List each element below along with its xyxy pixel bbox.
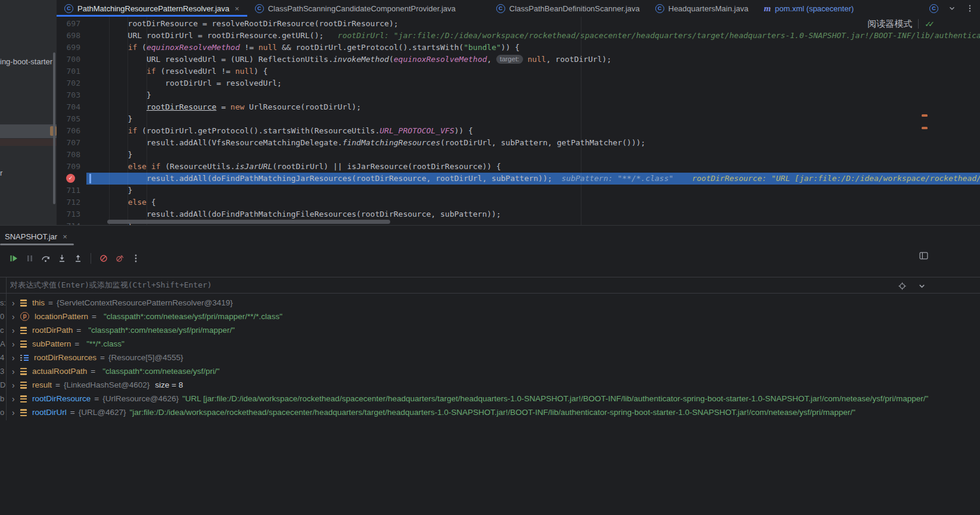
project-item-label[interactable]: ing-boot-starter	[0, 57, 52, 66]
expand-chevron-icon[interactable]: ›	[12, 353, 20, 363]
close-icon[interactable]: ×	[63, 232, 67, 241]
editor-code-area[interactable]: rootDirResource = resolveRootDirResource…	[86, 17, 980, 225]
editor-tab[interactable]: ClassPathBeanDefinitionScanner.java	[489, 0, 648, 17]
variable-string-value: "URL [jar:file:/D:/idea/workspace/rocket…	[182, 394, 928, 403]
code-text	[147, 162, 151, 171]
chevron-down-icon[interactable]	[948, 4, 956, 13]
variable-name: locationPattern	[35, 312, 88, 321]
error-stripe-mark[interactable]	[922, 114, 928, 117]
editor-horizontal-scrollbar[interactable]	[107, 220, 390, 224]
line-number[interactable]: 700	[57, 54, 86, 65]
reader-mode-button[interactable]: 阅读器模式	[867, 18, 912, 30]
more-button[interactable]	[130, 253, 141, 264]
variable-row[interactable]: b›rootDirResource={UrlResource@4626}"URL…	[0, 392, 980, 405]
line-number[interactable]: 702	[57, 77, 86, 89]
line-number[interactable]	[57, 173, 86, 185]
editor-tab[interactable]: pom.xml (spacecenter)	[756, 0, 861, 17]
project-selected-row[interactable]	[0, 124, 57, 138]
line-number[interactable]: 703	[57, 89, 86, 101]
expand-chevron-icon[interactable]: ›	[12, 298, 20, 308]
code-line[interactable]: if (resolvedUrl != null) {	[86, 65, 980, 77]
step-out-button[interactable]	[73, 253, 83, 264]
editor-tab[interactable]: HeadquartersMain.java	[648, 0, 756, 17]
variable-name: result	[32, 380, 52, 389]
project-scrollbar[interactable]	[53, 52, 55, 204]
variable-row[interactable]: D›result={LinkedHashSet@4602}size = 8	[0, 378, 980, 392]
variable-row[interactable]: 4›rootDirResources={Resource[5]@4555}	[0, 351, 980, 364]
line-number[interactable]: 713	[57, 208, 86, 220]
line-number[interactable]: 712	[57, 196, 86, 208]
expand-chevron-icon[interactable]: ›	[12, 312, 20, 322]
execution-line[interactable]: result.addAll(doFindPathMatchingJarResou…	[86, 173, 980, 185]
pause-button[interactable]	[24, 253, 35, 264]
line-number[interactable]: 699	[57, 42, 86, 54]
maven-icon	[764, 4, 771, 13]
resume-button[interactable]	[8, 253, 19, 264]
step-over-button[interactable]	[41, 253, 51, 264]
variable-row[interactable]: s:›this={ServletContextResourcePatternRe…	[0, 296, 980, 310]
code-text: null	[235, 67, 254, 76]
variable-name: rootDirResource	[32, 394, 91, 403]
code-line[interactable]: rootDirResource = new UrlResource(rootDi…	[86, 101, 980, 113]
mute-breakpoints-icon	[115, 254, 125, 263]
step-into-button[interactable]	[57, 253, 67, 264]
variable-row[interactable]: o›rootDirUrl={URL@4627}"jar:file:/D:/ide…	[0, 405, 980, 419]
code-line[interactable]: URL resolvedUrl = (URL) ReflectionUtils.…	[86, 54, 980, 65]
line-number[interactable]: 711	[57, 185, 86, 196]
expand-chevron-icon[interactable]: ›	[12, 394, 20, 404]
equals-sign: =	[100, 353, 105, 362]
debug-session-tab[interactable]: SNAPSHOT.jar ×	[0, 229, 73, 244]
code-text: if	[128, 43, 138, 52]
code-line[interactable]: }	[86, 185, 980, 196]
line-number[interactable]: 701	[57, 65, 86, 77]
error-stripe-mark[interactable]	[922, 127, 928, 129]
code-text: invokeMethod	[333, 55, 389, 64]
more-icon[interactable]	[966, 4, 974, 13]
mute-breakpoints-button[interactable]	[114, 253, 125, 264]
expand-chevron-icon[interactable]: ›	[12, 326, 20, 335]
line-number[interactable]: 707	[57, 137, 86, 149]
variable-row[interactable]: 0›locationPattern="classpath*:com/neteas…	[0, 310, 980, 323]
code-line[interactable]: URL rootDirUrl = rootDirResource.getURL(…	[86, 30, 980, 42]
editor-tab[interactable]: PathMatchingResourcePatternResolver.java…	[57, 0, 247, 17]
line-number[interactable]: 709	[57, 161, 86, 173]
code-text: equinoxResolveMethod	[394, 55, 487, 64]
class-icon[interactable]	[929, 4, 938, 13]
layout-settings-icon[interactable]	[919, 251, 929, 261]
variable-row[interactable]: c›rootDirPath="classpath*:com/netease/ys…	[0, 323, 980, 337]
code-line[interactable]: else {	[86, 196, 980, 208]
expand-chevron-icon[interactable]: ›	[12, 339, 20, 349]
editor-tab[interactable]: ClassPathScanningCandidateComponentProvi…	[247, 0, 463, 17]
code-line[interactable]: rootDirResource = resolveRootDirResource…	[86, 18, 980, 30]
project-row-dim	[0, 139, 57, 146]
code-line[interactable]: rootDirUrl = resolvedUrl;	[86, 77, 980, 89]
code-line[interactable]: if (equinoxResolveMethod != null && root…	[86, 42, 980, 54]
close-icon[interactable]: ×	[235, 4, 239, 13]
expression-input[interactable]: 对表达式求值(Enter)或添加监视(Ctrl+Shift+Enter)	[0, 277, 212, 293]
variable-name: rootDirUrl	[32, 408, 67, 417]
line-number[interactable]: 705	[57, 113, 86, 125]
code-line[interactable]: }	[86, 113, 980, 125]
expand-chevron-icon[interactable]: ›	[12, 380, 20, 390]
inline-watch-icon[interactable]	[898, 282, 907, 291]
expand-chevron-icon[interactable]: ›	[12, 367, 20, 376]
inspections-ok-icon[interactable]: ✓✓	[925, 20, 935, 29]
variable-row[interactable]: A›subPattern="**/*.class"	[0, 337, 980, 351]
line-number[interactable]: 704	[57, 101, 86, 113]
line-number[interactable]: 698	[57, 30, 86, 42]
code-line[interactable]: result.addAll(doFindPathMatchingFileReso…	[86, 208, 980, 220]
line-number[interactable]: 706	[57, 125, 86, 137]
line-number[interactable]: 697	[57, 18, 86, 30]
code-line[interactable]: if (rootDirUrl.getProtocol().startsWith(…	[86, 125, 980, 137]
project-item-label[interactable]: r	[0, 168, 2, 177]
code-line[interactable]: }	[86, 89, 980, 101]
variable-row[interactable]: 3›actualRootPath="classpath*:com/netease…	[0, 364, 980, 378]
view-breakpoints-button[interactable]	[98, 253, 109, 264]
code-line[interactable]: else if (ResourceUtils.isJarURL(rootDirU…	[86, 161, 980, 173]
line-number[interactable]: 708	[57, 149, 86, 161]
code-line[interactable]: result.addAll(VfsResourceMatchingDelegat…	[86, 137, 980, 149]
code-line[interactable]: }	[86, 149, 980, 161]
chevron-down-icon[interactable]	[917, 282, 926, 291]
expand-chevron-icon[interactable]: ›	[12, 408, 20, 417]
breakpoint-icon[interactable]	[66, 174, 75, 183]
